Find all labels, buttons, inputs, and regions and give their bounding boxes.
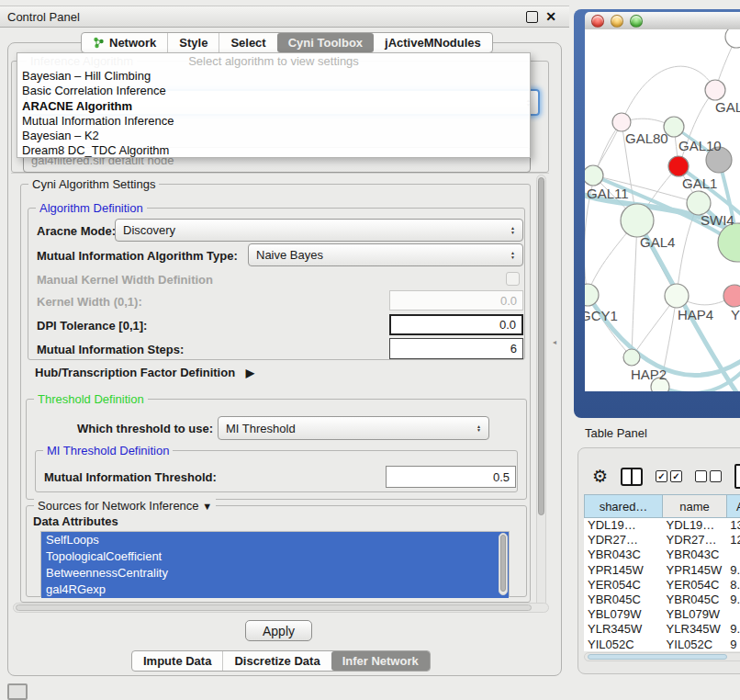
aracne-mode-combo[interactable]: Discovery ▲▼: [115, 219, 523, 242]
control-panel-titlebar: Control Panel ✕: [0, 6, 569, 28]
sources-title[interactable]: Sources for Network Inference ▼: [34, 499, 216, 513]
network-canvas[interactable]: GAL GAL80 GAL10 GAL1 GAL11 SWI4 GAL4 GCY…: [585, 29, 740, 391]
network-node[interactable]: [718, 223, 740, 262]
unchecked-box-icon: [710, 470, 722, 482]
table-row[interactable]: YER054CYER054C8.: [584, 578, 740, 593]
bottom-tabbar: Impute Data Discretize Data Infer Networ…: [131, 650, 431, 672]
network-node-label: GAL1: [682, 175, 717, 191]
dpi-tolerance-input[interactable]: 0.0: [389, 314, 523, 335]
cyni-settings-title: Cyni Algorithm Settings: [28, 177, 159, 191]
deselect-all-icon[interactable]: [695, 470, 722, 482]
threshold-definition-title: Threshold Definition: [34, 392, 148, 406]
network-window-titlebar: [585, 12, 740, 29]
tab-select[interactable]: Select: [219, 33, 276, 52]
dropdown-item[interactable]: Dream8 DC_TDC Algorithm: [17, 143, 530, 158]
network-node[interactable]: [723, 285, 740, 307]
network-node-label: Y: [731, 307, 740, 322]
tab-impute-data[interactable]: Impute Data: [132, 651, 222, 671]
combo-stepper-icon: ▲▼: [471, 424, 481, 433]
network-node-label: GAL4: [640, 234, 675, 250]
tab-jactivemnodules[interactable]: jActiveMNodules: [374, 33, 492, 52]
table-row[interactable]: YLR345WYLR345W9.: [584, 622, 740, 637]
dropdown-item[interactable]: Bayesian – Hill Climbing: [17, 69, 530, 84]
manual-kernel-checkbox[interactable]: [506, 272, 520, 286]
list-vertical-scrollbar[interactable]: [499, 533, 508, 595]
data-attributes-label: Data Attributes: [33, 514, 118, 528]
select-all-icon[interactable]: ✓ ✓: [656, 470, 682, 482]
table-row[interactable]: YDL19…YDL19…13: [584, 518, 740, 533]
algorithm-definition-title: Algorithm Definition: [36, 201, 147, 215]
table-row[interactable]: YDR27…YDR27…12: [584, 533, 740, 548]
settings-horizontal-scrollbar[interactable]: [13, 603, 549, 613]
column-header-name[interactable]: name: [662, 494, 727, 518]
network-node[interactable]: [705, 80, 725, 100]
mi-threshold-group-title: MI Threshold Definition: [43, 444, 173, 457]
aracne-mode-label: Aracne Mode:: [37, 224, 116, 238]
settings-vertical-scrollbar[interactable]: [536, 175, 546, 608]
close-window-icon[interactable]: ✕: [545, 11, 556, 23]
table-horizontal-scrollbar[interactable]: [584, 652, 740, 661]
gear-icon[interactable]: ⚙: [592, 466, 608, 487]
network-node[interactable]: [725, 29, 740, 48]
network-node[interactable]: [585, 165, 603, 186]
dropdown-item[interactable]: Bayesian – K2: [17, 129, 530, 143]
tab-cyni-toolbox[interactable]: Cyni Toolbox: [277, 33, 374, 52]
checked-box-icon: ✓: [656, 470, 667, 482]
dropdown-item[interactable]: Mutual Information Inference: [17, 114, 530, 129]
kernel-width-input[interactable]: 0.0: [389, 290, 523, 310]
list-item[interactable]: BetweennessCentrality: [41, 565, 509, 581]
table-panel-title: Table Panel: [585, 426, 647, 440]
mac-close-button[interactable]: [591, 15, 604, 28]
network-node-label: HAP2: [631, 367, 667, 382]
network-node-hap4[interactable]: [665, 284, 689, 308]
splitter-collapse-icon[interactable]: ◂: [553, 338, 556, 346]
combo-stepper-icon: ▲▼: [505, 251, 515, 259]
network-tab-icon: [93, 37, 105, 49]
tab-style[interactable]: Style: [167, 33, 219, 52]
collapse-down-icon[interactable]: ▼: [202, 501, 212, 512]
network-node-hap2[interactable]: [623, 349, 640, 366]
control-panel-tabbar: Network Style Select Cyni Toolbox jActiv…: [81, 32, 493, 53]
manual-kernel-label: Manual Kernel Width Definition: [37, 273, 213, 287]
kernel-width-label: Kernel Width (0,1):: [37, 295, 142, 309]
list-item[interactable]: gal4RGexp: [41, 581, 509, 598]
network-node-label: GAL11: [587, 186, 629, 201]
mac-zoom-button[interactable]: [630, 15, 643, 28]
checked-box-icon: ✓: [670, 470, 682, 482]
mi-type-combo[interactable]: Naive Bayes ▲▼: [248, 243, 523, 266]
dock-panel-icon[interactable]: [7, 683, 28, 700]
dpi-tolerance-label: DPI Tolerance [0,1]:: [37, 319, 147, 333]
list-item[interactable]: TopologicalCoefficient: [41, 548, 509, 565]
network-node[interactable]: [612, 113, 631, 131]
document-icon[interactable]: [734, 464, 740, 489]
which-threshold-combo[interactable]: MI Threshold ▲▼: [218, 416, 489, 440]
mi-threshold-input[interactable]: 0.5: [386, 466, 516, 488]
list-item[interactable]: SelfLoops: [41, 532, 509, 548]
network-node-gal4[interactable]: [621, 204, 654, 237]
expand-right-icon[interactable]: ▶: [239, 367, 254, 379]
float-window-icon[interactable]: [526, 11, 538, 23]
mac-minimize-button[interactable]: [611, 15, 623, 28]
table-row[interactable]: YBL079WYBL079W: [584, 607, 740, 622]
network-node[interactable]: [585, 284, 599, 306]
network-node-gal1[interactable]: [668, 156, 689, 176]
algorithm-dropdown-list: Select algorithm to view settings Bayesi…: [17, 52, 531, 158]
tab-network[interactable]: Network: [82, 33, 167, 52]
column-header-partial[interactable]: A: [726, 494, 740, 518]
column-header-shared[interactable]: shared…: [584, 494, 663, 518]
network-graph: GAL GAL80 GAL10 GAL1 GAL11 SWI4 GAL4 GCY…: [585, 29, 740, 391]
table-row[interactable]: YBR045CYBR045C9.: [584, 593, 740, 607]
combo-stepper-icon: ▲▼: [505, 226, 515, 234]
dropdown-item-selected[interactable]: ARACNE Algorithm: [17, 99, 530, 114]
hub-definition-toggle[interactable]: Hub/Transcription Factor Definition ▶: [35, 366, 254, 379]
split-view-icon[interactable]: [621, 468, 643, 486]
apply-button[interactable]: Apply: [245, 620, 312, 641]
table-row[interactable]: YPR145WYPR145W9.: [584, 563, 740, 578]
tab-discretize-data[interactable]: Discretize Data: [222, 651, 331, 671]
table-row[interactable]: YBR043CYBR043C: [584, 548, 740, 562]
tab-infer-network[interactable]: Infer Network: [331, 651, 430, 671]
mi-steps-input[interactable]: 6: [389, 338, 523, 359]
network-node-label: GAL80: [625, 130, 668, 146]
dropdown-item[interactable]: Basic Correlation Inference: [17, 84, 530, 98]
table-row[interactable]: YIL052CYIL052C9: [584, 638, 740, 652]
